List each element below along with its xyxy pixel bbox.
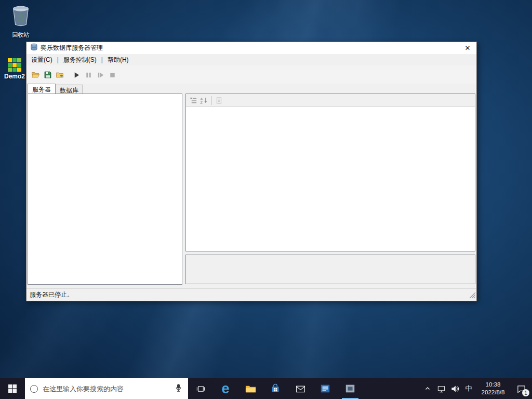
chevron-up-icon <box>424 385 431 392</box>
app-icon-2 <box>344 383 356 394</box>
search-input[interactable] <box>43 385 174 393</box>
clock-date: 2022/8/8 <box>477 389 509 396</box>
categorized-icon <box>190 97 197 104</box>
property-grid-panel: A Z <box>185 94 475 251</box>
system-tray: 中 10:38 2022/8/8 1 <box>421 378 532 399</box>
network-icon <box>437 384 446 393</box>
resize-grip[interactable] <box>469 292 476 300</box>
open-file-icon <box>31 71 39 79</box>
desktop: 回收站 Demo2 奕乐数据库服务器管理 ✕ 设置(C) | 服务控制( <box>0 0 532 399</box>
start-icon <box>8 384 17 393</box>
edge-button[interactable]: e <box>213 378 238 399</box>
demo2-shortcut[interactable]: Demo2 <box>0 58 29 80</box>
task-view-icon <box>196 384 206 394</box>
stop-service-icon <box>109 71 116 79</box>
tab-strip: 服务器 数据库 <box>26 84 476 94</box>
tab-database[interactable]: 数据库 <box>56 85 83 94</box>
action-center-button[interactable]: 1 <box>510 378 532 399</box>
server-tree-panel[interactable] <box>28 94 182 285</box>
menu-separator: | <box>100 55 104 65</box>
mail-button[interactable] <box>288 378 313 399</box>
property-pages-button[interactable] <box>215 96 223 105</box>
network-button[interactable] <box>434 378 448 399</box>
menu-settings[interactable]: 设置(C) <box>28 54 56 66</box>
alphabetical-icon: A Z <box>200 97 208 104</box>
demo2-icon <box>8 58 21 72</box>
search-icon <box>30 385 38 393</box>
file-explorer-icon <box>245 383 257 395</box>
recycle-bin-shortcut[interactable]: 回收站 <box>6 4 35 39</box>
recycle-bin-label: 回收站 <box>6 31 35 39</box>
title-bar[interactable]: 奕乐数据库服务器管理 ✕ <box>26 42 476 54</box>
menu-bar: 设置(C) | 服务控制(S) | 帮助(H) <box>26 54 476 65</box>
microphone-icon[interactable] <box>174 383 183 394</box>
window-title: 奕乐数据库服务器管理 <box>41 44 103 52</box>
taskbar: e <box>0 378 532 399</box>
tray-overflow-button[interactable] <box>421 378 434 399</box>
start-service-icon <box>73 71 81 79</box>
property-grid-toolbar: A Z <box>186 94 475 107</box>
stop-service-button[interactable] <box>108 70 117 79</box>
app-icon-1 <box>320 383 331 394</box>
clock[interactable]: 10:38 2022/8/8 <box>476 381 510 396</box>
file-explorer-button[interactable] <box>238 378 263 399</box>
store-button[interactable] <box>263 378 288 399</box>
categorized-button[interactable] <box>189 96 198 105</box>
taskbar-search[interactable] <box>25 378 188 399</box>
menu-separator: | <box>56 55 60 65</box>
close-button[interactable]: ✕ <box>459 42 476 54</box>
edge-icon: e <box>221 382 229 396</box>
menu-help[interactable]: 帮助(H) <box>104 54 132 66</box>
pause-service-icon <box>85 71 92 79</box>
task-view-button[interactable] <box>188 378 213 399</box>
resume-service-button[interactable] <box>96 70 105 79</box>
app-button-2[interactable] <box>338 378 363 399</box>
resume-service-icon <box>97 71 104 79</box>
status-bar: 服务器已停止。 <box>26 288 476 301</box>
svg-text:A: A <box>200 97 203 101</box>
mail-icon <box>295 383 306 394</box>
store-icon <box>270 383 281 394</box>
start-button[interactable] <box>0 378 25 399</box>
pause-service-button[interactable] <box>84 70 93 79</box>
menu-service-control[interactable]: 服务控制(S) <box>60 54 100 66</box>
volume-button[interactable] <box>448 378 461 399</box>
property-pages-icon <box>215 97 223 104</box>
save-icon <box>44 71 52 79</box>
speaker-icon <box>450 384 459 393</box>
demo2-label: Demo2 <box>0 73 29 80</box>
app-button-1[interactable] <box>313 378 338 399</box>
open-folder-icon <box>56 71 64 79</box>
app-window: 奕乐数据库服务器管理 ✕ 设置(C) | 服务控制(S) | 帮助(H) <box>26 42 477 301</box>
open-file-button[interactable] <box>31 70 40 79</box>
alphabetical-button[interactable]: A Z <box>200 96 208 105</box>
clock-time: 10:38 <box>477 381 509 389</box>
toolbar-separator <box>211 96 212 105</box>
save-button[interactable] <box>43 70 52 79</box>
tab-server[interactable]: 服务器 <box>28 84 56 94</box>
status-text: 服务器已停止。 <box>30 290 73 299</box>
open-folder-button[interactable] <box>55 70 64 79</box>
ime-indicator[interactable]: 中 <box>461 378 476 399</box>
recycle-bin-icon <box>10 21 32 30</box>
toolbar <box>26 65 476 84</box>
svg-text:Z: Z <box>200 101 203 104</box>
property-description-panel <box>185 255 475 284</box>
notification-badge: 1 <box>522 389 529 396</box>
start-service-button[interactable] <box>72 70 81 79</box>
database-app-icon <box>30 43 38 53</box>
